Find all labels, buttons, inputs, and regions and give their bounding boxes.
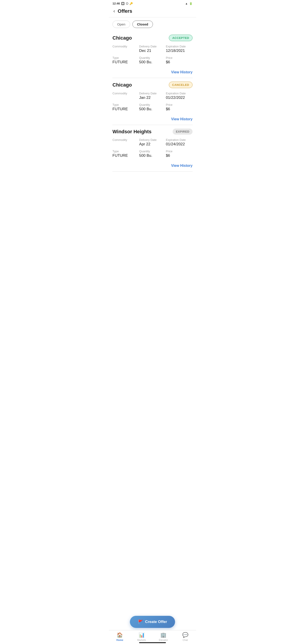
offer-fields-row-1b: Type FUTURE Quantity 500 Bu. Price $6 bbox=[112, 56, 192, 64]
price-field-1: Price $6 bbox=[166, 56, 192, 64]
status-badge-1: ACCEPTED bbox=[169, 35, 192, 41]
header: ‹ Offers bbox=[109, 6, 196, 18]
offer-header-3: Windsor Heights EXPIRED bbox=[112, 128, 192, 134]
view-history-button-3[interactable]: View History bbox=[171, 163, 192, 168]
quantity-field-3: Quantity 500 Bu. bbox=[139, 150, 166, 158]
create-offer-button[interactable]: 🚩 Create Offer bbox=[130, 616, 175, 628]
quantity-label-1: Quantity bbox=[139, 56, 166, 60]
offer-fields-row-1a: Commodity Delivery Date Dec 21 Expiratio… bbox=[112, 45, 192, 53]
type-field-1: Type FUTURE bbox=[112, 56, 139, 64]
type-value-3: FUTURE bbox=[112, 154, 139, 158]
offer-fields-row-2b: Type FUTURE Quantity 500 Bu. Price $6 bbox=[112, 103, 192, 111]
commodity-field-1: Commodity bbox=[112, 45, 139, 53]
price-value-2: $6 bbox=[166, 107, 192, 111]
offer-fields-row-3a: Commodity Delivery Date Apr 22 Expiratio… bbox=[112, 138, 192, 146]
quantity-field-2: Quantity 500 Bu. bbox=[139, 103, 166, 111]
view-history-button-1[interactable]: View History bbox=[171, 69, 192, 75]
price-field-3: Price $6 bbox=[166, 150, 192, 158]
expiration-date-field-2: Expiration Date 01/22/2022 bbox=[166, 92, 192, 100]
type-field-3: Type FUTURE bbox=[112, 150, 139, 158]
expiration-date-field-1: Expiration Date 12/18/2021 bbox=[166, 45, 192, 53]
markets-icon: 📊 bbox=[139, 632, 145, 638]
view-history-row-2: View History bbox=[112, 114, 192, 122]
commodity-label-3: Commodity bbox=[112, 138, 139, 142]
quantity-label-3: Quantity bbox=[139, 150, 166, 153]
offer-header-2: Chicago CANCELED bbox=[112, 82, 192, 88]
nav-home[interactable]: 🏠 Home bbox=[109, 632, 131, 641]
commodity-label-1: Commodity bbox=[112, 45, 139, 48]
offer-location-2: Chicago bbox=[112, 82, 132, 88]
offer-fields-row-3b: Type FUTURE Quantity 500 Bu. Price $6 bbox=[112, 150, 192, 158]
quantity-label-2: Quantity bbox=[139, 103, 166, 106]
bottom-indicator bbox=[139, 642, 166, 643]
offer-card-3: Windsor Heights EXPIRED Commodity Delive… bbox=[112, 125, 192, 172]
filter-open[interactable]: Open bbox=[112, 20, 130, 28]
quantity-value-1: 500 Bu. bbox=[139, 60, 166, 64]
type-label-2: Type bbox=[112, 103, 139, 106]
expiration-date-value-3: 01/24/2022 bbox=[166, 142, 192, 146]
price-value-3: $6 bbox=[166, 154, 192, 158]
filter-closed[interactable]: Closed bbox=[132, 20, 153, 28]
expiration-date-field-3: Expiration Date 01/24/2022 bbox=[166, 138, 192, 146]
price-field-2: Price $6 bbox=[166, 103, 192, 111]
back-button[interactable]: ‹ bbox=[112, 8, 116, 14]
sim-icon: 🔲 bbox=[121, 2, 124, 5]
chat-icon: 💬 bbox=[182, 632, 188, 638]
home-icon: 🏠 bbox=[117, 632, 123, 638]
price-value-1: $6 bbox=[166, 60, 192, 64]
nav-chat[interactable]: 💬 Chat bbox=[174, 632, 196, 641]
delivery-date-field-3: Delivery Date Apr 22 bbox=[139, 138, 166, 146]
avenza-icon: ⬡ bbox=[126, 2, 128, 5]
quantity-value-3: 500 Bu. bbox=[139, 154, 166, 158]
type-field-2: Type FUTURE bbox=[112, 103, 139, 111]
nav-home-label: Home bbox=[116, 639, 123, 641]
nav-elevator[interactable]: 🏢 Elevator bbox=[152, 632, 174, 641]
elevator-icon: 🏢 bbox=[160, 632, 166, 638]
delivery-date-label-1: Delivery Date bbox=[139, 45, 166, 48]
offers-list: Chicago ACCEPTED Commodity Delivery Date… bbox=[109, 31, 196, 194]
status-bar: 12:46 🔲 ⬡ 🔑 ▲ 🔋 bbox=[109, 0, 196, 6]
offer-location-3: Windsor Heights bbox=[112, 129, 152, 134]
page-title: Offers bbox=[118, 8, 132, 14]
offer-fields-row-2a: Commodity Delivery Date Jan 22 Expiratio… bbox=[112, 92, 192, 100]
view-history-row-3: View History bbox=[112, 161, 192, 168]
quantity-field-1: Quantity 500 Bu. bbox=[139, 56, 166, 64]
delivery-date-value-2: Jan 22 bbox=[139, 96, 166, 100]
delivery-date-value-1: Dec 21 bbox=[139, 48, 166, 53]
nav-chat-label: Chat bbox=[183, 639, 188, 641]
key-icon: 🔑 bbox=[130, 2, 133, 5]
status-badge-3: EXPIRED bbox=[172, 128, 192, 134]
expiration-date-label-2: Expiration Date bbox=[166, 92, 192, 95]
offer-header-1: Chicago ACCEPTED bbox=[112, 35, 192, 41]
expiration-date-value-2: 01/22/2022 bbox=[166, 96, 192, 100]
nav-markets-label: Markets bbox=[137, 639, 146, 641]
type-value-1: FUTURE bbox=[112, 60, 139, 64]
offer-location-1: Chicago bbox=[112, 35, 132, 41]
type-label-1: Type bbox=[112, 56, 139, 60]
view-history-row-1: View History bbox=[112, 68, 192, 75]
expiration-date-value-1: 12/18/2021 bbox=[166, 48, 192, 53]
commodity-field-3: Commodity bbox=[112, 138, 139, 146]
price-label-3: Price bbox=[166, 150, 192, 153]
type-label-3: Type bbox=[112, 150, 139, 153]
nav-markets[interactable]: 📊 Markets bbox=[131, 632, 153, 641]
delivery-date-field-2: Delivery Date Jan 22 bbox=[139, 92, 166, 100]
type-value-2: FUTURE bbox=[112, 107, 139, 111]
delivery-date-value-3: Apr 22 bbox=[139, 142, 166, 146]
status-bar-right: ▲ 🔋 bbox=[185, 2, 192, 5]
filter-tabs: Open Closed bbox=[109, 18, 196, 31]
offer-card-1: Chicago ACCEPTED Commodity Delivery Date… bbox=[112, 31, 192, 78]
status-badge-2: CANCELED bbox=[169, 82, 192, 88]
status-bar-left: 12:46 🔲 ⬡ 🔑 bbox=[112, 2, 133, 5]
commodity-label-2: Commodity bbox=[112, 92, 139, 95]
battery-icon: 🔋 bbox=[189, 2, 192, 5]
create-offer-label: Create Offer bbox=[145, 620, 167, 624]
delivery-date-label-3: Delivery Date bbox=[139, 138, 166, 142]
create-offer-icon: 🚩 bbox=[138, 620, 143, 624]
commodity-field-2: Commodity bbox=[112, 92, 139, 100]
delivery-date-field-1: Delivery Date Dec 21 bbox=[139, 45, 166, 53]
view-history-button-2[interactable]: View History bbox=[171, 116, 192, 122]
expiration-date-label-3: Expiration Date bbox=[166, 138, 192, 142]
offer-card-2: Chicago CANCELED Commodity Delivery Date… bbox=[112, 78, 192, 125]
price-label-2: Price bbox=[166, 103, 192, 106]
